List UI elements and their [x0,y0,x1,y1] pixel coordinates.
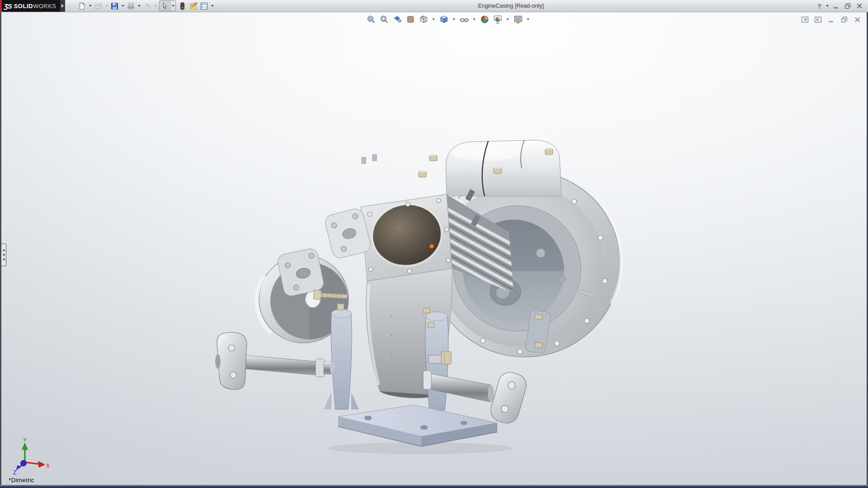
close-button[interactable] [854,1,864,10]
undo-arrow-icon [143,2,151,10]
left-arrow-icon [3,253,5,256]
previous-view-button[interactable] [392,14,402,24]
feature-panel-collapse-tab[interactable] [1,244,6,266]
undo-dropdown[interactable] [153,1,158,11]
rebuild-traffic-light-icon [179,2,186,10]
save-dropdown[interactable] [120,1,125,11]
file-properties-note-icon [189,2,198,10]
open-dropdown[interactable] [104,1,109,11]
reference-triad: Y X Z [7,436,50,475]
file-properties-button[interactable] [188,1,198,11]
window-title: EngineCasing [Read-only] [222,0,800,12]
heads-up-view-toolbar [366,14,530,24]
title-bar: ƷS SOLID WORKS [0,0,868,12]
doc-minimize-button[interactable] [827,16,835,23]
left-arrow-icon [3,258,5,261]
view-settings-monitor-icon [514,15,523,24]
help-icon: ? [817,2,821,10]
logo-mark: ƷS [4,2,11,10]
display-style-cube-icon [439,15,448,24]
hide-show-items-dropdown[interactable] [472,19,476,20]
pane-left-button[interactable] [801,16,809,23]
engine-casing-model[interactable] [0,0,868,488]
printer-icon [127,2,135,10]
appearance-ball-icon [480,15,489,24]
selection-marker[interactable] [429,244,434,249]
open-folder-icon [94,2,102,10]
new-document-dropdown[interactable] [88,1,93,11]
zoom-to-fit-icon [367,15,376,24]
doc-close-icon [854,16,861,23]
apply-scene-button[interactable] [492,14,503,24]
view-settings-button[interactable] [513,14,523,24]
new-document-icon [78,2,86,10]
options-dropdown[interactable] [210,1,215,11]
view-orientation-label: *Dimetric [9,477,34,483]
zoom-to-area-button[interactable] [379,14,389,24]
restore-button[interactable] [843,1,853,10]
help-dropdown[interactable] [825,1,830,11]
left-arrow-icon [3,249,5,252]
minimize-icon [833,3,840,9]
right-arrow-icon [61,4,64,8]
solidworks-window: { "window": { "title": "EngineCasing [Re… [0,0,868,488]
print-dropdown[interactable] [137,1,142,11]
help-button[interactable]: ? [816,1,823,10]
top-cover [446,140,561,196]
save-floppy-icon [111,2,118,10]
print-button[interactable] [126,1,136,11]
undo-button[interactable] [142,1,152,11]
base-plate [328,405,513,454]
display-style-dropdown[interactable] [452,19,456,20]
view-orientation-cube-icon [419,15,428,24]
options-button[interactable] [199,1,209,11]
save-button[interactable] [109,1,120,11]
close-icon [856,3,863,9]
options-checklist-icon [200,2,208,10]
previous-view-icon [393,15,402,24]
hide-show-items-button[interactable] [459,14,469,24]
select-button-group [159,0,176,11]
view-orientation-dropdown[interactable] [431,19,436,20]
select-dropdown[interactable] [170,1,175,11]
logo-red-stripe [0,0,2,12]
graphics-area[interactable]: Y X Z *Dimetric [0,12,868,485]
pane-right-button[interactable] [814,16,822,23]
edit-appearance-button[interactable] [479,14,490,24]
zoom-to-fit-button[interactable] [366,14,376,24]
apply-scene-icon [493,15,502,24]
select-cursor-icon [161,2,169,9]
open-button[interactable] [93,1,104,11]
menu-expand-button[interactable] [60,0,65,12]
doc-minimize-icon [827,16,835,23]
pane-left-icon [801,16,809,23]
solidworks-logo: ƷS SOLID WORKS [0,0,60,12]
new-document-button[interactable] [77,1,87,11]
section-view-button[interactable] [405,14,415,24]
triad-y-label: Y [23,437,27,443]
logo-works: WORKS [33,3,57,9]
display-style-button[interactable] [439,14,449,24]
minimize-button[interactable] [831,1,841,10]
restore-icon [844,3,851,9]
view-settings-dropdown[interactable] [526,19,530,20]
pane-right-icon [814,16,822,23]
apply-scene-dropdown[interactable] [505,19,510,20]
section-view-icon [406,15,415,24]
logo-solid: SOLID [14,3,33,9]
triad-z-label: Z [13,469,16,475]
triad-x-label: X [46,463,50,469]
window-controls: ? [816,0,864,12]
rebuild-button[interactable] [177,1,188,11]
zoom-to-area-icon [380,15,389,24]
eyeglasses-icon [460,15,469,24]
window-bottom-frame [0,485,868,488]
doc-restore-button[interactable] [840,16,848,23]
view-orientation-button[interactable] [418,14,429,24]
select-button[interactable] [160,1,170,11]
doc-close-button[interactable] [853,16,861,23]
doc-restore-icon [840,16,848,23]
document-window-controls [801,16,861,23]
standard-toolbar [77,1,215,11]
